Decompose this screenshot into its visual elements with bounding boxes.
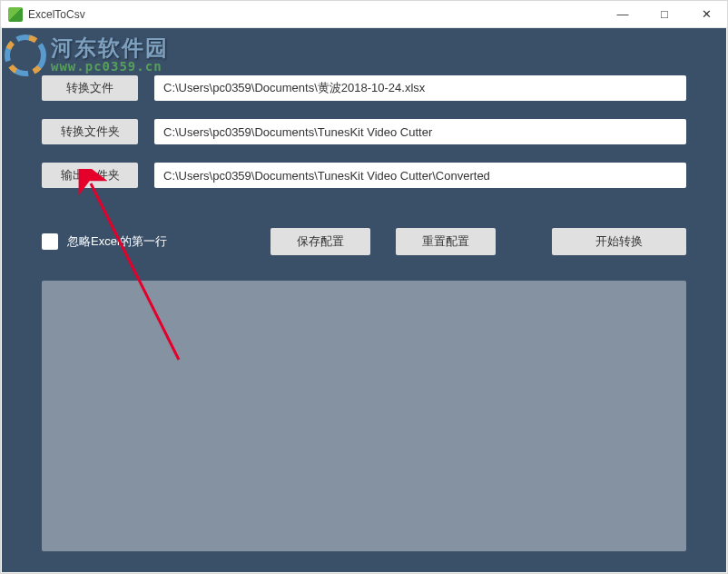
app-body: 河东软件园 www.pc0359.cn 转换文件 转换文件夹 输出文件夹 忽略E… <box>2 28 726 572</box>
ignore-first-row-checkbox[interactable] <box>42 233 58 250</box>
minimize-button[interactable]: — <box>602 1 644 28</box>
window-title: ExcelToCsv <box>28 8 85 21</box>
convert-folder-input[interactable] <box>154 119 686 144</box>
save-config-button[interactable]: 保存配置 <box>271 228 370 255</box>
output-panel <box>42 281 686 551</box>
output-folder-button[interactable]: 输出文件夹 <box>42 163 138 188</box>
titlebar: ExcelToCsv — □ ✕ <box>1 1 727 28</box>
reset-config-button[interactable]: 重置配置 <box>396 228 496 255</box>
convert-folder-button[interactable]: 转换文件夹 <box>42 119 138 144</box>
row-convert-folder: 转换文件夹 <box>42 119 686 144</box>
output-folder-input[interactable] <box>154 163 686 188</box>
maximize-button[interactable]: □ <box>644 1 685 28</box>
ignore-first-row-label: 忽略Excel的第一行 <box>67 233 167 250</box>
convert-file-button[interactable]: 转换文件 <box>42 75 138 101</box>
row-convert-file: 转换文件 <box>42 75 686 101</box>
row-output-folder: 输出文件夹 <box>42 163 686 188</box>
convert-file-input[interactable] <box>154 75 686 101</box>
app-icon <box>8 7 23 22</box>
options-row: 忽略Excel的第一行 保存配置 重置配置 开始转换 <box>2 206 726 255</box>
ignore-first-row-option[interactable]: 忽略Excel的第一行 <box>42 233 223 250</box>
start-convert-button[interactable]: 开始转换 <box>552 228 686 255</box>
close-button[interactable]: ✕ <box>685 1 727 28</box>
